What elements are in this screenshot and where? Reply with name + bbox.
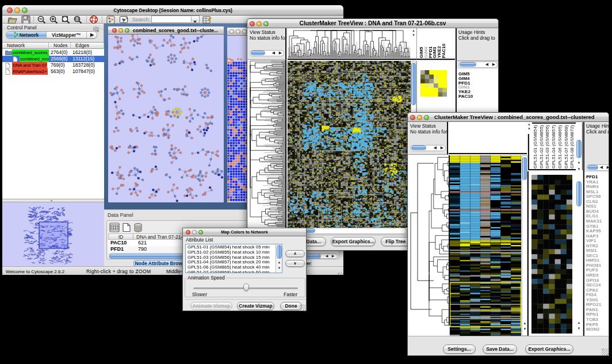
network-name[interactable]: combined_sco [20, 56, 49, 62]
zoom-button[interactable] [263, 21, 269, 26]
float-panel-icon[interactable] [93, 24, 100, 30]
network-overview-canvas[interactable] [2, 202, 104, 267]
close-button[interactable] [186, 230, 190, 235]
scroll-thumb[interactable] [587, 165, 598, 170]
scroll-up-arrow[interactable]: ▲ [522, 321, 527, 325]
scroll-right-arrow[interactable]: ▶ [330, 254, 336, 258]
attribute-list-item[interactable]: GPL51-01 (GSM854) heat shock 05 min [188, 244, 270, 250]
scroll-left-arrow[interactable]: ◀ [324, 254, 330, 258]
scroll-down-arrow[interactable]: ▼ [522, 327, 527, 331]
treeview2-heatmap-canvas[interactable] [450, 155, 521, 336]
network-row[interactable]: combined_scores_2764(0)16218(0) [2, 49, 104, 56]
search-input[interactable] [151, 16, 200, 23]
annotation-icon[interactable] [119, 16, 129, 24]
close-button[interactable] [410, 115, 415, 120]
minimize-button[interactable] [192, 230, 197, 235]
minimize-button[interactable] [118, 28, 123, 33]
network-view-canvas[interactable] [108, 35, 224, 202]
dialog-button-create-vizmap[interactable]: Create Vizmap [237, 302, 274, 310]
treeview2-window-titlebar[interactable]: ClusterMaker TreeView : combined_scores_… [408, 113, 609, 122]
minimize-button[interactable] [417, 115, 422, 120]
close-button[interactable] [112, 28, 117, 33]
scroll-left-arrow[interactable]: ◀ [484, 62, 490, 67]
scroll-left-arrow[interactable]: ◀ [432, 145, 438, 150]
attribute-list[interactable]: GPL51-01 (GSM854) heat shock 05 minGPL51… [185, 244, 282, 273]
close-button[interactable] [7, 7, 13, 13]
main-title-bar[interactable]: Cytoscape Desktop (Session Name: collins… [2, 5, 343, 16]
treeview2-sub-vscrollbar[interactable]: ▲▼ [576, 180, 582, 336]
file-icon[interactable] [5, 69, 10, 75]
treeview1-heatmap[interactable] [288, 61, 411, 228]
vizmapper-icon[interactable] [106, 16, 115, 24]
column-header-nodes[interactable]: Nodes [49, 43, 71, 49]
scroll-down-arrow[interactable]: ▼ [277, 266, 282, 270]
treeview2-button[interactable]: Export Graphics... [525, 344, 573, 354]
tiny-up-arrow[interactable]: ▲ [411, 29, 416, 32]
move-up-button[interactable]: ∧ [285, 250, 305, 257]
treeview2-button[interactable]: Save Data... [483, 344, 517, 354]
attribute-list-item[interactable]: GPL51-03 (GSM856) heat shock 15 min [188, 255, 270, 260]
view-status-scrollbar[interactable]: ◀▶ [410, 145, 446, 151]
treeview2-heatmap[interactable] [450, 155, 521, 336]
scroll-thumb[interactable] [576, 140, 582, 158]
attribute-list-item[interactable]: GPL51-06 (GSM865) heat shock 40 min [188, 265, 270, 270]
scroll-thumb[interactable] [277, 245, 282, 259]
tab-network[interactable]: Network [6, 32, 47, 38]
scroll-down-arrow[interactable]: ▼ [576, 327, 582, 330]
scroll-thumb[interactable] [411, 63, 416, 105]
move-down-button[interactable]: ∨ [285, 260, 305, 267]
network-name[interactable]: DNA and Tran 07 [12, 62, 47, 68]
minimize-button[interactable] [257, 21, 262, 26]
treeview1-button[interactable]: Export Graphics... [331, 237, 376, 246]
dialog-button-animate-vizmap[interactable]: Animate Vizmap [190, 302, 232, 310]
attribute-table-icon[interactable] [202, 16, 212, 24]
tab-more[interactable]: ▶ [87, 32, 97, 38]
scroll-right-arrow[interactable]: ▶ [439, 145, 445, 150]
view-status-scrollbar[interactable]: ◀▶ [250, 50, 284, 56]
treeview2-button[interactable]: Settings... [443, 344, 476, 354]
zoom-selected-icon[interactable] [61, 16, 71, 24]
delete-attribute-icon[interactable] [133, 223, 143, 232]
network-row[interactable]: RNAPuberNov2+563(0)107847(0) [2, 68, 104, 75]
select-attributes-icon[interactable] [109, 223, 120, 232]
usage-hints-scrollbar[interactable]: ◀▶ [586, 164, 609, 171]
main-resize-grip[interactable] [338, 273, 343, 275]
zoom-button[interactable] [125, 28, 129, 33]
data-column-id[interactable]: ID [109, 234, 133, 240]
network-frame-combined-titlebar[interactable]: combined_scores_good.txt--cluste... [108, 26, 224, 35]
scroll-thumb[interactable] [460, 62, 476, 67]
dialog-button-done[interactable]: Done [280, 302, 302, 310]
tiny-up-arrow[interactable]: ▲ [527, 122, 531, 126]
treeview2-labels-vscrollbar[interactable]: ▲▼ [576, 122, 582, 180]
scroll-left-arrow[interactable]: ◀ [270, 51, 277, 55]
slider-thumb[interactable] [243, 283, 249, 291]
network-row[interactable]: DNA and Tran 07769(0)183728(0) [2, 62, 104, 68]
zoom-button[interactable] [198, 230, 203, 235]
save-icon[interactable] [21, 16, 30, 24]
file-icon[interactable] [5, 63, 10, 68]
close-button[interactable] [230, 29, 234, 34]
scroll-thumb[interactable] [576, 181, 582, 206]
treeview1-heatmap-canvas[interactable] [288, 61, 411, 228]
attribute-list-item[interactable]: GPL51-02 (GSM855) heat shock 10 min [188, 250, 270, 255]
scroll-left-arrow[interactable]: ◀ [598, 165, 605, 170]
scroll-up-arrow[interactable]: ▲ [576, 321, 582, 324]
minimize-button[interactable] [14, 7, 20, 13]
open-folder-icon[interactable] [7, 16, 18, 24]
scroll-right-arrow[interactable]: ▶ [605, 165, 609, 170]
list-vscrollbar[interactable]: ▲▼ [276, 244, 282, 273]
folder-icon[interactable] [5, 50, 12, 55]
tab-vizmapper[interactable]: VizMapper™ [47, 32, 87, 38]
treeview1-mini-heatmap-canvas[interactable] [420, 70, 447, 97]
network-name[interactable]: combined_scores_ [12, 49, 49, 56]
search-dropdown-button[interactable] [191, 17, 198, 22]
close-button[interactable] [250, 21, 255, 26]
column-header-network[interactable]: Network [2, 43, 49, 49]
help-lifesaver-icon[interactable] [89, 15, 98, 24]
attribute-list-item[interactable]: GPL51-04 (GSM857) heat shock 20 min [188, 259, 270, 265]
scroll-up-arrow[interactable]: ▲ [576, 160, 582, 164]
minimize-button[interactable] [236, 29, 240, 34]
treeview2-row-dendrogram-canvas[interactable] [408, 155, 449, 336]
treeview1-window-titlebar[interactable]: ClusterMaker TreeView : DNA and Tran 07-… [247, 19, 498, 28]
scroll-thumb[interactable] [251, 51, 265, 55]
